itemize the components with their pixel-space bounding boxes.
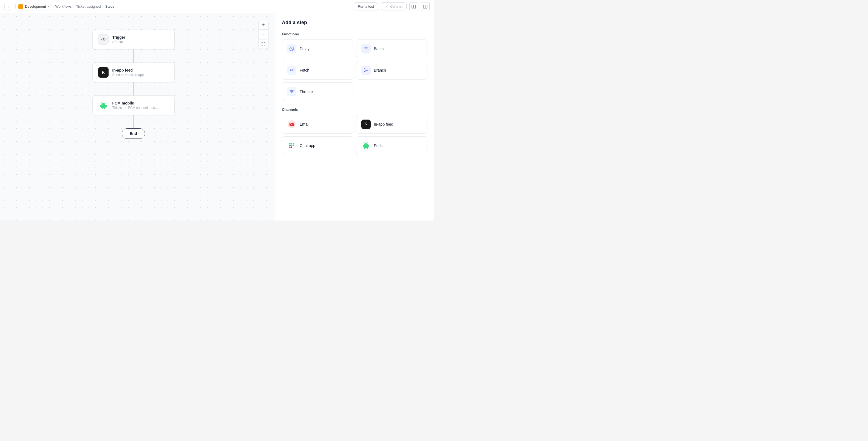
svg-rect-33 (292, 143, 294, 145)
breadcrumb-sep2: › (102, 4, 104, 8)
svg-rect-43 (367, 148, 368, 149)
email-icon (287, 120, 297, 129)
workflow-canvas[interactable]: + − Trigger API call (0, 13, 275, 220)
channels-section-label: Channels (282, 108, 427, 112)
inapp-feed-node-content: In-app feed Send to Knock in-app (113, 68, 169, 77)
svg-point-7 (104, 104, 104, 105)
functions-grid: Delay Batch (282, 39, 427, 101)
svg-line-38 (364, 143, 365, 143)
trigger-node-icon (98, 34, 108, 45)
trigger-node[interactable]: Trigger API call (92, 30, 175, 49)
commit-label: Commit (390, 4, 402, 8)
svg-point-26 (291, 124, 292, 125)
email-circle-icon (287, 120, 297, 129)
push-channel-card[interactable]: Push (356, 136, 428, 155)
functions-section-label: Functions (282, 32, 427, 36)
split-horizontal-icon (411, 4, 416, 9)
branch-icon (361, 65, 371, 75)
delay-label: Delay (300, 47, 310, 51)
env-icon: 🟠 (19, 4, 23, 9)
fcm-mobile-node-title: FCM mobile (113, 101, 169, 105)
panel-title: Add a step (282, 20, 427, 26)
breadcrumb: Workflows › Ticket assigned › Steps (55, 4, 115, 8)
batch-step-card[interactable]: Batch (356, 39, 428, 58)
branch-step-card[interactable]: Branch (356, 61, 428, 80)
email-channel-card[interactable]: Email (282, 115, 353, 134)
throttle-icon (287, 87, 297, 96)
back-button[interactable]: ‹ (4, 3, 12, 10)
svg-line-39 (367, 143, 368, 143)
commit-button[interactable]: ⎇ Commit (381, 2, 407, 10)
fit-view-button[interactable] (259, 39, 268, 49)
android-icon (99, 101, 108, 110)
svg-point-37 (367, 144, 367, 145)
trigger-node-title: Trigger (113, 35, 169, 39)
environment-selector[interactable]: 🟠 Development ▾ (16, 3, 52, 10)
batch-icon (361, 44, 371, 54)
inapp-feed-node[interactable]: K In-app feed Send to Knock in-app (92, 62, 175, 82)
breadcrumb-sep1: › (73, 4, 74, 8)
svg-rect-11 (106, 105, 107, 107)
arrows-icon (289, 68, 294, 73)
zoom-in-button[interactable]: + (259, 20, 268, 29)
branch-label: Branch (374, 68, 386, 72)
inapp-channel-card[interactable]: K In-app feed (356, 115, 428, 134)
run-test-button[interactable]: Run a test (354, 2, 378, 10)
zoom-out-button[interactable]: − (259, 30, 268, 39)
inapp-channel-label: In-app feed (374, 122, 394, 126)
git-branch-icon: ⎇ (385, 5, 389, 8)
svg-point-20 (367, 70, 367, 71)
svg-rect-35 (364, 145, 369, 148)
svg-rect-13 (104, 108, 105, 109)
svg-rect-41 (369, 145, 369, 147)
chatapp-channel-label: Chat app (300, 143, 315, 148)
push-channel-label: Push (374, 143, 383, 148)
throttle-step-card[interactable]: Throttle (282, 82, 353, 101)
add-step-panel: Add a step Functions Delay (275, 13, 434, 220)
fcm-mobile-node-icon (98, 100, 108, 111)
fcm-mobile-node[interactable]: FCM mobile This is the FCM channel, ded.… (92, 95, 175, 115)
throttle-label: Throttle (300, 89, 313, 94)
workflow-container: Trigger API call K In-app feed Send to K… (92, 30, 175, 139)
svg-rect-29 (291, 143, 292, 145)
end-node[interactable]: End (122, 128, 145, 139)
throttle-filter-icon (289, 89, 294, 94)
connector-3 (133, 115, 134, 128)
clock-icon (289, 46, 294, 51)
fetch-label: Fetch (300, 68, 309, 72)
svg-rect-32 (291, 146, 292, 148)
delay-step-card[interactable]: Delay (282, 39, 353, 58)
svg-rect-28 (289, 145, 290, 146)
svg-point-36 (365, 144, 366, 145)
nav-right: Run a test ⎇ Commit (354, 2, 430, 11)
svg-rect-1 (414, 5, 415, 8)
android-push-icon (361, 141, 371, 150)
svg-rect-2 (423, 5, 427, 8)
split-view-button[interactable] (409, 2, 418, 11)
push-android-icon (361, 141, 371, 150)
fit-icon (261, 42, 266, 46)
inapp-feed-node-icon: K (98, 67, 108, 78)
inapp-feed-node-title: In-app feed (113, 68, 169, 72)
trigger-node-content: Trigger API call (113, 35, 169, 44)
fcm-mobile-node-subtitle: This is the FCM channel, ded... (113, 106, 169, 110)
inapp-feed-node-subtitle: Send to Knock in-app (113, 73, 169, 77)
fetch-step-card[interactable]: Fetch (282, 61, 353, 80)
environment-label: Development (25, 4, 46, 8)
slack-icon (287, 141, 297, 150)
email-channel-label: Email (300, 122, 309, 126)
channels-grid: Email K In-app feed (282, 115, 427, 155)
connector-2 (133, 82, 134, 95)
panel-view-button[interactable] (421, 2, 430, 11)
svg-point-6 (102, 104, 103, 105)
svg-rect-12 (102, 108, 103, 109)
svg-rect-31 (289, 146, 290, 148)
batch-label: Batch (374, 47, 384, 51)
chevron-down-icon: ▾ (48, 5, 49, 8)
breadcrumb-workflows[interactable]: Workflows (55, 4, 72, 8)
breadcrumb-ticket[interactable]: Ticket assigned (76, 4, 101, 8)
svg-rect-27 (289, 143, 290, 145)
chatapp-channel-card[interactable]: Chat app (282, 136, 353, 155)
svg-rect-30 (291, 145, 292, 146)
svg-rect-10 (100, 105, 101, 107)
